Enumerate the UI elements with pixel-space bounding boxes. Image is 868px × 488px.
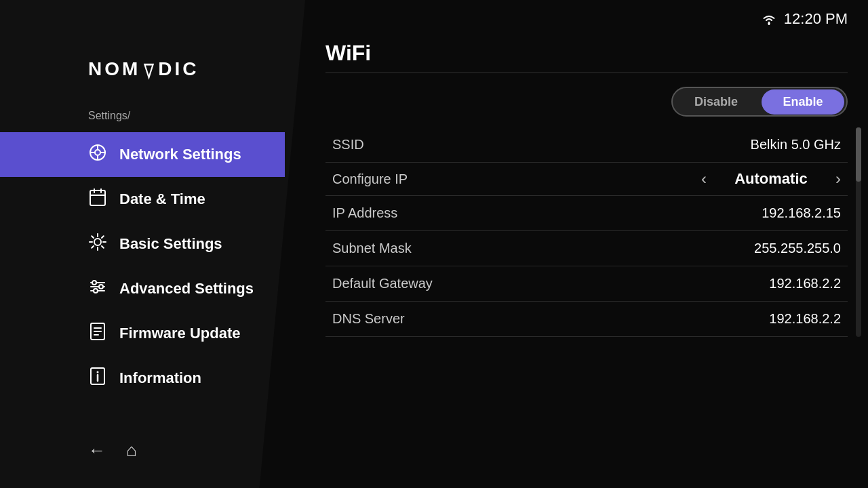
- ip-address-value: 192.168.2.15: [534, 196, 848, 231]
- firmware-update-label: Firmware Update: [119, 325, 241, 342]
- scrollbar-thumb[interactable]: [856, 127, 861, 182]
- default-gateway-value: 192.168.2.2: [534, 266, 848, 302]
- configure-ip-label: Configure IP: [326, 163, 534, 196]
- logo-text: NOM▽DIC: [88, 58, 199, 79]
- sidebar-item-basic-settings[interactable]: Basic Settings: [0, 222, 285, 266]
- svg-point-0: [768, 22, 770, 24]
- firmware-update-icon: [88, 323, 107, 344]
- advanced-settings-label: Advanced Settings: [119, 280, 254, 298]
- table-row: Default Gateway 192.168.2.2: [326, 266, 848, 302]
- table-row: SSID Belkin 5.0 GHz: [326, 127, 848, 163]
- date-time-label: Date & Time: [119, 190, 205, 208]
- basic-settings-icon: [88, 233, 107, 255]
- table-row: IP Address 192.168.2.15: [326, 196, 848, 231]
- scrollbar[interactable]: [856, 127, 861, 337]
- subnet-mask-label: Subnet Mask: [326, 231, 534, 266]
- toggle-row: Disable Enable: [326, 87, 848, 117]
- section-title: WiFi: [326, 41, 848, 73]
- settings-area: SSID Belkin 5.0 GHz Configure IP ‹ Autom…: [326, 127, 848, 337]
- bottom-nav: ← ⌂: [88, 440, 137, 461]
- home-button[interactable]: ⌂: [126, 440, 137, 461]
- toggle-enable[interactable]: Enable: [762, 89, 844, 115]
- svg-point-11: [94, 239, 101, 245]
- svg-point-2: [95, 150, 100, 155]
- back-button[interactable]: ←: [88, 440, 106, 461]
- subnet-mask-value: 255.255.255.0: [534, 231, 848, 266]
- dns-server-label: DNS Server: [326, 302, 534, 337]
- svg-point-16: [99, 285, 103, 289]
- svg-point-24: [97, 371, 99, 373]
- default-gateway-label: Default Gateway: [326, 266, 534, 302]
- sidebar-item-firmware-update[interactable]: Firmware Update: [0, 311, 285, 356]
- network-settings-icon: [88, 144, 107, 165]
- wifi-toggle[interactable]: Disable Enable: [671, 87, 848, 117]
- nav-items: Network Settings Date & Time: [0, 132, 285, 401]
- table-row: DNS Server 192.168.2.2: [326, 302, 848, 337]
- logo: NOM▽DIC: [88, 58, 199, 80]
- advanced-settings-icon: [88, 278, 107, 300]
- dns-server-value: 192.168.2.2: [534, 302, 848, 337]
- sidebar: NOM▽DIC Settings/ Network Setting: [0, 0, 305, 488]
- svg-rect-7: [90, 190, 105, 205]
- sidebar-item-advanced-settings[interactable]: Advanced Settings: [0, 266, 285, 311]
- svg-point-17: [94, 289, 98, 293]
- information-icon: [88, 367, 107, 389]
- breadcrumb: Settings/: [88, 110, 130, 122]
- network-settings-label: Network Settings: [119, 146, 241, 163]
- configure-ip-controls: ‹ Automatic ›: [534, 163, 848, 196]
- main-content: WiFi Disable Enable SSID Belkin 5.0 GHz …: [326, 41, 848, 461]
- svg-point-15: [92, 281, 96, 285]
- ssid-label: SSID: [326, 127, 534, 163]
- time-display: 12:20 PM: [784, 10, 848, 28]
- sidebar-item-information[interactable]: Information: [0, 356, 285, 401]
- toggle-disable[interactable]: Disable: [675, 89, 757, 115]
- ssid-value: Belkin 5.0 GHz: [534, 127, 848, 163]
- table-row: Subnet Mask 255.255.255.0: [326, 231, 848, 266]
- configure-ip-value: Automatic: [720, 170, 822, 188]
- sidebar-item-date-time[interactable]: Date & Time: [0, 177, 285, 222]
- date-time-icon: [88, 188, 107, 210]
- information-label: Information: [119, 369, 201, 387]
- configure-ip-next[interactable]: ›: [835, 169, 841, 188]
- wifi-icon: [761, 13, 777, 25]
- table-row: Configure IP ‹ Automatic ›: [326, 163, 848, 196]
- basic-settings-label: Basic Settings: [119, 235, 222, 253]
- sidebar-item-network-settings[interactable]: Network Settings: [0, 132, 285, 177]
- configure-ip-prev[interactable]: ‹: [701, 169, 707, 188]
- settings-table: SSID Belkin 5.0 GHz Configure IP ‹ Autom…: [326, 127, 848, 337]
- ip-address-label: IP Address: [326, 196, 534, 231]
- sidebar-inner: NOM▽DIC Settings/ Network Setting: [0, 0, 285, 488]
- configure-ip-selector: ‹ Automatic ›: [541, 169, 841, 188]
